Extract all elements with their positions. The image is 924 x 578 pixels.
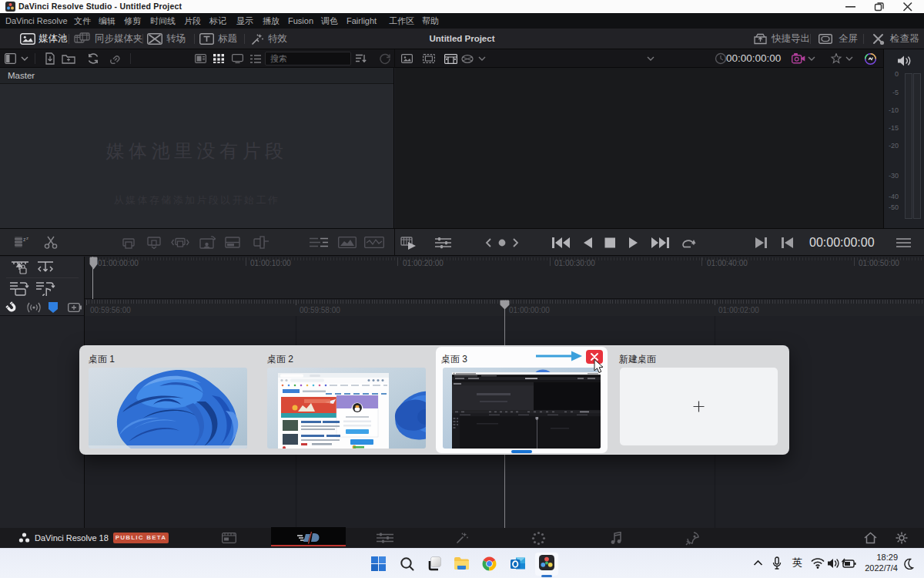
svg-text:z: z — [26, 236, 28, 240]
